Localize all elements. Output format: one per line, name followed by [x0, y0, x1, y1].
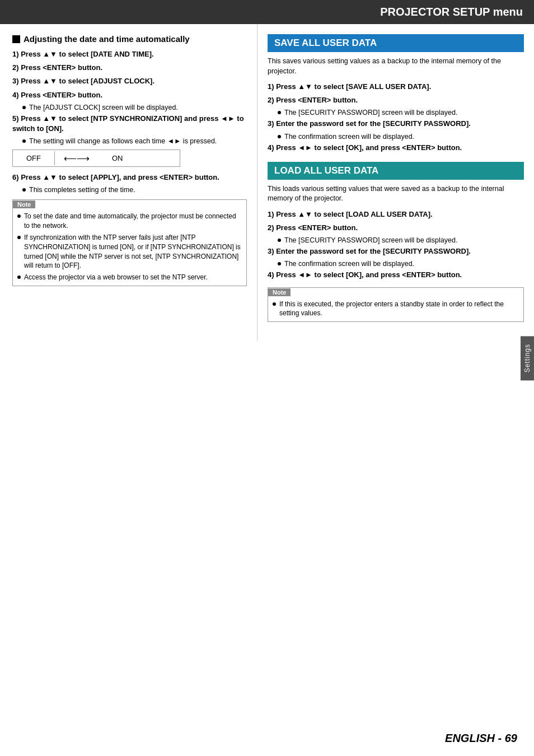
save-step-4: 4) Press ◄► to select [OK], and press <E…: [268, 143, 524, 153]
page-header: PROJECTOR SETUP menu: [0, 0, 534, 24]
save-step-2-text: Press <ENTER> button.: [276, 96, 358, 104]
step-3-text: Press ▲▼ to select [ADJUST CLOCK].: [21, 77, 154, 85]
step-5-text: Press ▲▼ to select [NTP SYNCHRONIZATION]…: [12, 114, 244, 133]
load-note-item-1: If this is executed, the projector enter…: [273, 300, 519, 319]
save-step-4-num: 4): [268, 143, 274, 152]
main-content: Adjusting the date and time automaticall…: [0, 24, 534, 341]
save-step-1-num: 1): [268, 82, 274, 91]
save-step-4-text: Press ◄► to select [OK], and press <ENTE…: [276, 143, 462, 152]
bullet-icon: [22, 139, 26, 143]
right-column: SAVE ALL USER DATA This saves various se…: [257, 24, 534, 341]
step-6-sub-text: This completes setting of the time.: [29, 186, 135, 194]
footer-text: ENGLISH - 69: [445, 732, 517, 744]
save-step-3-text: Enter the password set for the [SECURITY…: [276, 119, 471, 128]
left-section-title: Adjusting the date and time automaticall…: [12, 34, 247, 44]
page-footer: ENGLISH - 69: [445, 732, 517, 745]
toggle-off-label: OFF: [13, 151, 55, 165]
load-step-4-num: 4): [268, 270, 274, 279]
save-step-2-sub: The [SECURITY PASSWORD] screen will be d…: [268, 109, 524, 116]
step-2-num: 2): [12, 63, 19, 72]
step-1: 1) Press ▲▼ to select [DATE AND TIME].: [12, 49, 247, 59]
step-5-sub-text: The setting will change as follows each …: [29, 137, 217, 145]
load-intro: This loads various setting values that w…: [268, 184, 524, 204]
bullet-icon: [22, 188, 26, 192]
toggle-arrow: ⟵⟶: [55, 150, 99, 166]
load-step-1-num: 1): [268, 210, 274, 218]
bullet-icon: [278, 239, 281, 242]
step-5: 5) Press ▲▼ to select [NTP SYNCHRONIZATI…: [12, 114, 247, 134]
save-step-2-num: 2): [268, 96, 274, 104]
left-title-text: Adjusting the date and time automaticall…: [24, 34, 190, 44]
step-2: 2) Press <ENTER> button.: [12, 63, 247, 73]
load-banner: LOAD ALL USER DATA: [268, 162, 524, 180]
toggle-on-label: ON: [99, 151, 137, 165]
load-section: LOAD ALL USER DATA This loads various se…: [268, 162, 524, 322]
load-step-2-num: 2): [268, 223, 274, 232]
load-step-1-text: Press ▲▼ to select [LOAD ALL USER DATA].: [276, 210, 433, 218]
load-note-item-1-text: If this is executed, the projector enter…: [279, 300, 519, 319]
black-square-icon: [12, 35, 20, 43]
step-5-sub: The setting will change as follows each …: [12, 137, 247, 145]
save-step-1: 1) Press ▲▼ to select [SAVE ALL USER DAT…: [268, 82, 524, 92]
load-step-3: 3) Enter the password set for the [SECUR…: [268, 246, 524, 256]
note-item-3: Access the projector via a web browser t…: [17, 273, 242, 282]
load-note-content: If this is executed, the projector enter…: [268, 296, 523, 322]
note-item-1: To set the date and time automatically, …: [17, 212, 242, 231]
save-step-2: 2) Press <ENTER> button.: [268, 95, 524, 105]
step-6-sub: This completes setting of the time.: [12, 186, 247, 194]
step-6-text: Press ▲▼ to select [APPLY], and press <E…: [21, 173, 219, 181]
load-note-label: Note: [268, 288, 291, 296]
load-step-2: 2) Press <ENTER> button.: [268, 223, 524, 233]
step-1-num: 1): [12, 50, 19, 58]
note-item-2-text: If synchronization with the NTP server f…: [24, 233, 242, 270]
bullet-icon: [278, 135, 281, 138]
step-1-text: Press ▲▼ to select [DATE AND TIME].: [21, 50, 153, 58]
note-item-3-text: Access the projector via a web browser t…: [24, 273, 208, 282]
bullet-icon: [17, 236, 21, 239]
save-step-1-text: Press ▲▼ to select [SAVE ALL USER DATA].: [276, 82, 431, 91]
load-step-3-sub-text: The confirmation screen will be displaye…: [284, 260, 414, 268]
step-4-sub-text: The [ADJUST CLOCK] screen will be displa…: [29, 104, 178, 111]
load-step-3-num: 3): [268, 247, 274, 255]
save-intro: This saves various setting values as a b…: [268, 57, 524, 76]
save-section: SAVE ALL USER DATA This saves various se…: [268, 34, 524, 153]
step-6-num: 6): [12, 173, 19, 181]
step-4: 4) Press <ENTER> button.: [12, 90, 247, 100]
left-note-content: To set the date and time automatically, …: [13, 208, 246, 286]
load-step-3-text: Enter the password set for the [SECURITY…: [276, 247, 471, 255]
bullet-icon: [17, 276, 21, 279]
left-note-label: Note: [13, 200, 35, 208]
save-banner: SAVE ALL USER DATA: [268, 34, 524, 52]
load-step-3-sub: The confirmation screen will be displaye…: [268, 260, 524, 268]
load-step-1: 1) Press ▲▼ to select [LOAD ALL USER DAT…: [268, 209, 524, 220]
bullet-icon: [278, 111, 281, 114]
bullet-icon: [273, 302, 276, 306]
save-step-3-sub-text: The confirmation screen will be displaye…: [284, 133, 414, 141]
load-step-2-text: Press <ENTER> button.: [276, 223, 358, 232]
side-tab: Settings: [521, 336, 534, 380]
note-item-2: If synchronization with the NTP server f…: [17, 233, 242, 270]
note-item-1-text: To set the date and time automatically, …: [24, 212, 242, 231]
save-step-3: 3) Enter the password set for the [SECUR…: [268, 119, 524, 129]
header-title: PROJECTOR SETUP menu: [380, 6, 523, 18]
load-note-box: Note If this is executed, the projector …: [268, 287, 524, 323]
save-step-3-num: 3): [268, 119, 274, 128]
left-note-box: Note To set the date and time automatica…: [12, 199, 247, 286]
save-step-2-sub-text: The [SECURITY PASSWORD] screen will be d…: [284, 109, 457, 116]
load-step-4-text: Press ◄► to select [OK], and press <ENTE…: [276, 270, 462, 279]
load-step-2-sub-text: The [SECURITY PASSWORD] screen will be d…: [284, 236, 457, 244]
step-3-num: 3): [12, 77, 19, 85]
bullet-icon: [278, 262, 281, 265]
bullet-icon: [22, 106, 26, 109]
load-step-2-sub: The [SECURITY PASSWORD] screen will be d…: [268, 236, 524, 244]
step-2-text: Press <ENTER> button.: [21, 63, 102, 72]
bullet-icon: [17, 214, 21, 218]
step-6: 6) Press ▲▼ to select [APPLY], and press…: [12, 172, 247, 183]
step-3: 3) Press ▲▼ to select [ADJUST CLOCK].: [12, 76, 247, 86]
toggle-diagram: OFF ⟵⟶ ON: [12, 150, 180, 167]
step-4-sub: The [ADJUST CLOCK] screen will be displa…: [12, 104, 247, 111]
step-4-text: Press <ENTER> button.: [21, 91, 102, 99]
step-5-num: 5): [12, 114, 19, 123]
step-4-num: 4): [12, 91, 19, 99]
side-tab-text: Settings: [523, 344, 531, 372]
